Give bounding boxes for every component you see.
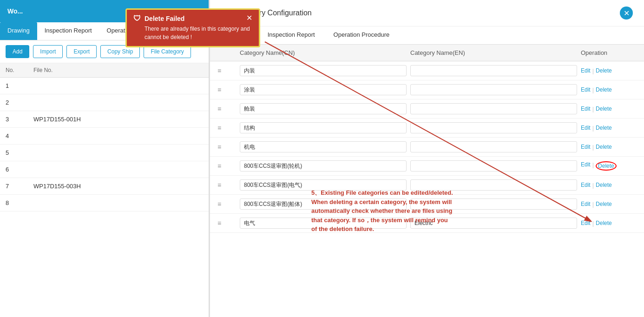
category-name-cn-input[interactable] [240, 103, 407, 114]
shield-icon: 🛡 [133, 14, 141, 23]
row-no: 7 [6, 183, 33, 190]
category-name-cn-input[interactable] [240, 84, 407, 95]
edit-button[interactable]: Edit [581, 201, 591, 208]
modal-table-header-row: Category Name(CN) Category Name(EN) Oper… [210, 45, 644, 61]
row-actions: Edit | Delete [581, 86, 637, 93]
left-table-row[interactable]: 8 [0, 195, 209, 211]
category-name-en-input[interactable] [410, 65, 577, 76]
left-tab-drawing[interactable]: Drawing [0, 22, 37, 40]
modal-tab-operation[interactable]: Operation Procedure [324, 26, 399, 44]
left-table-row[interactable]: 3 WP17D155-001H [0, 111, 209, 128]
header-op: Operation [581, 49, 637, 56]
delete-failed-popup: 🛡 Delete Failed ✕ There are already file… [125, 8, 260, 47]
popup-body: There are already files in this category… [133, 25, 252, 41]
modal-table-row: ≡ Edit | Delete [210, 61, 644, 80]
drag-handle[interactable]: ≡ [217, 86, 236, 93]
drag-handle[interactable]: ≡ [217, 181, 236, 189]
header-en: Category Name(EN) [410, 49, 577, 56]
row-actions: Edit | Delete [581, 144, 637, 151]
header-drag [217, 49, 236, 56]
delete-button[interactable]: Delete [596, 220, 612, 227]
row-actions: Edit | Delete [581, 161, 637, 171]
category-name-en-input[interactable] [410, 141, 577, 152]
right-modal: File Category Configuration ✕ Drawing In… [209, 0, 644, 317]
left-table-row[interactable]: 2 [0, 94, 209, 111]
export-button[interactable]: Export [66, 45, 97, 58]
left-panel: Wo... Drawing Inspection Report Operatio… [0, 0, 209, 317]
col-no-header: No. [6, 67, 33, 73]
row-no: 2 [6, 99, 33, 106]
left-header-title: Wo... [7, 7, 23, 15]
drag-handle[interactable]: ≡ [217, 200, 236, 208]
left-tab-inspection[interactable]: Inspection Report [37, 22, 99, 40]
modal-table-row: ≡ Edit | Delete [210, 138, 644, 157]
popup-title: 🛡 Delete Failed [133, 14, 184, 23]
row-no: 5 [6, 149, 33, 156]
row-actions: Edit | Delete [581, 67, 637, 74]
left-table-row[interactable]: 1 [0, 78, 209, 94]
import-button[interactable]: Import [33, 45, 63, 58]
edit-button[interactable]: Edit [581, 125, 591, 132]
category-name-cn-input[interactable] [240, 141, 407, 152]
left-table-row[interactable]: 6 [0, 161, 209, 178]
drag-handle[interactable]: ≡ [217, 105, 236, 112]
left-table-row[interactable]: 5 [0, 145, 209, 161]
left-table-header: No. File No. [0, 63, 209, 78]
popup-header: 🛡 Delete Failed ✕ [133, 14, 252, 23]
row-actions: Edit | Delete [581, 201, 637, 208]
edit-button[interactable]: Edit [581, 86, 591, 93]
header-cn: Category Name(CN) [240, 49, 407, 56]
annotation-text: 5、Existing File categories can be edited… [311, 188, 453, 234]
left-table-row[interactable]: 4 [0, 128, 209, 145]
modal-table-row: ≡ Edit | Delete [210, 80, 644, 99]
edit-button[interactable]: Edit [581, 220, 591, 227]
modal-tabs: Drawing Inspection Report Operation Proc… [210, 26, 644, 45]
modal-close-button[interactable]: ✕ [620, 7, 633, 20]
row-actions: Edit | Delete [581, 106, 637, 112]
col-fileno-header: File No. [33, 67, 203, 73]
drag-handle[interactable]: ≡ [217, 124, 236, 132]
row-fileno: WP17D155-001H [33, 116, 203, 123]
delete-button[interactable]: Delete [596, 106, 612, 112]
modal-tab-inspection[interactable]: Inspection Report [258, 26, 324, 44]
edit-button[interactable]: Edit [581, 144, 591, 151]
delete-button[interactable]: Delete [596, 144, 612, 151]
row-no: 1 [6, 82, 33, 89]
edit-button[interactable]: Edit [581, 182, 591, 189]
row-no: 6 [6, 166, 33, 173]
row-fileno: WP17D155-003H [33, 183, 203, 190]
row-no: 8 [6, 199, 33, 206]
popup-close-button[interactable]: ✕ [246, 14, 252, 22]
edit-button[interactable]: Edit [581, 161, 591, 171]
category-name-cn-input[interactable] [240, 65, 407, 76]
delete-button[interactable]: Delete [596, 67, 612, 74]
row-actions: Edit | Delete [581, 125, 637, 132]
left-rows: 1 2 3 WP17D155-001H 4 5 6 7 WP17D155-003… [0, 78, 209, 317]
category-name-en-input[interactable] [410, 84, 577, 95]
modal-table-row: ≡ Edit | Delete [210, 157, 644, 176]
delete-button[interactable]: Delete [596, 86, 612, 93]
row-no: 4 [6, 132, 33, 139]
drag-handle[interactable]: ≡ [217, 143, 236, 151]
left-table-row[interactable]: 7 WP17D155-003H [0, 178, 209, 195]
drag-handle[interactable]: ≡ [217, 219, 236, 227]
modal-header: File Category Configuration ✕ [210, 0, 644, 26]
delete-button[interactable]: Delete [596, 201, 612, 208]
modal-table-row: ≡ Edit | Delete [210, 99, 644, 119]
delete-button[interactable]: Delete [596, 161, 617, 171]
category-name-en-input[interactable] [410, 103, 577, 114]
delete-button[interactable]: Delete [596, 125, 612, 132]
add-button[interactable]: Add [6, 45, 29, 58]
category-name-en-input[interactable] [410, 122, 577, 133]
modal-table-row: ≡ Edit | Delete [210, 119, 644, 138]
row-no: 3 [6, 116, 33, 123]
drag-handle[interactable]: ≡ [217, 162, 236, 170]
row-actions: Edit | Delete [581, 182, 637, 189]
edit-button[interactable]: Edit [581, 67, 591, 74]
category-name-cn-input[interactable] [240, 122, 407, 133]
delete-button[interactable]: Delete [596, 182, 612, 189]
drag-handle[interactable]: ≡ [217, 67, 236, 74]
edit-button[interactable]: Edit [581, 106, 591, 112]
category-name-en-input[interactable] [410, 160, 577, 172]
category-name-cn-input[interactable] [240, 160, 407, 172]
